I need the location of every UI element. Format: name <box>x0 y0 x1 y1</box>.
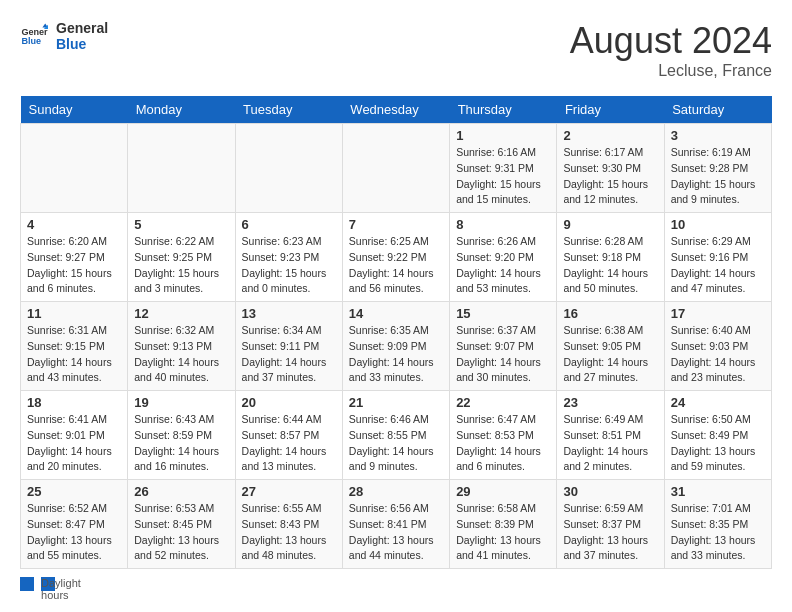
day-number: 26 <box>134 484 228 499</box>
calendar-cell: 30Sunrise: 6:59 AMSunset: 8:37 PMDayligh… <box>557 480 664 569</box>
header-row: SundayMondayTuesdayWednesdayThursdayFrid… <box>21 96 772 124</box>
week-row-2: 4Sunrise: 6:20 AMSunset: 9:27 PMDaylight… <box>21 213 772 302</box>
calendar-cell: 3Sunrise: 6:19 AMSunset: 9:28 PMDaylight… <box>664 124 771 213</box>
day-header-sunday: Sunday <box>21 96 128 124</box>
calendar-cell <box>235 124 342 213</box>
day-info: Sunrise: 6:58 AMSunset: 8:39 PMDaylight:… <box>456 501 550 564</box>
calendar-cell: 29Sunrise: 6:58 AMSunset: 8:39 PMDayligh… <box>450 480 557 569</box>
calendar-cell <box>342 124 449 213</box>
day-info: Sunrise: 6:25 AMSunset: 9:22 PMDaylight:… <box>349 234 443 297</box>
day-number: 20 <box>242 395 336 410</box>
day-number: 15 <box>456 306 550 321</box>
calendar-cell: 21Sunrise: 6:46 AMSunset: 8:55 PMDayligh… <box>342 391 449 480</box>
calendar-cell: 26Sunrise: 6:53 AMSunset: 8:45 PMDayligh… <box>128 480 235 569</box>
calendar-cell: 5Sunrise: 6:22 AMSunset: 9:25 PMDaylight… <box>128 213 235 302</box>
day-number: 11 <box>27 306 121 321</box>
day-info: Sunrise: 6:40 AMSunset: 9:03 PMDaylight:… <box>671 323 765 386</box>
day-header-monday: Monday <box>128 96 235 124</box>
day-header-thursday: Thursday <box>450 96 557 124</box>
day-info: Sunrise: 6:43 AMSunset: 8:59 PMDaylight:… <box>134 412 228 475</box>
week-row-4: 18Sunrise: 6:41 AMSunset: 9:01 PMDayligh… <box>21 391 772 480</box>
day-info: Sunrise: 6:35 AMSunset: 9:09 PMDaylight:… <box>349 323 443 386</box>
svg-text:General: General <box>21 27 48 37</box>
day-number: 2 <box>563 128 657 143</box>
daylight-color-swatch <box>20 577 34 591</box>
day-info: Sunrise: 6:46 AMSunset: 8:55 PMDaylight:… <box>349 412 443 475</box>
day-number: 27 <box>242 484 336 499</box>
day-number: 30 <box>563 484 657 499</box>
day-header-friday: Friday <box>557 96 664 124</box>
day-info: Sunrise: 6:23 AMSunset: 9:23 PMDaylight:… <box>242 234 336 297</box>
calendar-cell: 25Sunrise: 6:52 AMSunset: 8:47 PMDayligh… <box>21 480 128 569</box>
day-info: Sunrise: 6:34 AMSunset: 9:11 PMDaylight:… <box>242 323 336 386</box>
day-number: 14 <box>349 306 443 321</box>
day-info: Sunrise: 6:52 AMSunset: 8:47 PMDaylight:… <box>27 501 121 564</box>
logo-blue-text: Blue <box>56 36 108 52</box>
day-info: Sunrise: 6:16 AMSunset: 9:31 PMDaylight:… <box>456 145 550 208</box>
calendar-cell: 8Sunrise: 6:26 AMSunset: 9:20 PMDaylight… <box>450 213 557 302</box>
day-info: Sunrise: 6:49 AMSunset: 8:51 PMDaylight:… <box>563 412 657 475</box>
calendar-cell: 6Sunrise: 6:23 AMSunset: 9:23 PMDaylight… <box>235 213 342 302</box>
day-number: 22 <box>456 395 550 410</box>
calendar-cell: 16Sunrise: 6:38 AMSunset: 9:05 PMDayligh… <box>557 302 664 391</box>
page-title: August 2024 <box>570 20 772 62</box>
calendar-cell: 12Sunrise: 6:32 AMSunset: 9:13 PMDayligh… <box>128 302 235 391</box>
day-header-saturday: Saturday <box>664 96 771 124</box>
calendar-cell: 11Sunrise: 6:31 AMSunset: 9:15 PMDayligh… <box>21 302 128 391</box>
day-info: Sunrise: 6:44 AMSunset: 8:57 PMDaylight:… <box>242 412 336 475</box>
calendar-cell: 28Sunrise: 6:56 AMSunset: 8:41 PMDayligh… <box>342 480 449 569</box>
day-number: 19 <box>134 395 228 410</box>
calendar-cell: 9Sunrise: 6:28 AMSunset: 9:18 PMDaylight… <box>557 213 664 302</box>
calendar-cell: 7Sunrise: 6:25 AMSunset: 9:22 PMDaylight… <box>342 213 449 302</box>
day-number: 13 <box>242 306 336 321</box>
day-number: 28 <box>349 484 443 499</box>
calendar-cell <box>21 124 128 213</box>
calendar-cell: 31Sunrise: 7:01 AMSunset: 8:35 PMDayligh… <box>664 480 771 569</box>
day-info: Sunrise: 6:29 AMSunset: 9:16 PMDaylight:… <box>671 234 765 297</box>
page-header: General Blue General Blue August 2024 Le… <box>20 20 772 80</box>
day-number: 18 <box>27 395 121 410</box>
day-info: Sunrise: 6:28 AMSunset: 9:18 PMDaylight:… <box>563 234 657 297</box>
calendar-cell: 19Sunrise: 6:43 AMSunset: 8:59 PMDayligh… <box>128 391 235 480</box>
day-info: Sunrise: 6:19 AMSunset: 9:28 PMDaylight:… <box>671 145 765 208</box>
day-number: 17 <box>671 306 765 321</box>
logo-icon: General Blue <box>20 22 48 50</box>
logo-general-text: General <box>56 20 108 36</box>
day-number: 24 <box>671 395 765 410</box>
day-number: 21 <box>349 395 443 410</box>
day-number: 1 <box>456 128 550 143</box>
week-row-3: 11Sunrise: 6:31 AMSunset: 9:15 PMDayligh… <box>21 302 772 391</box>
calendar-cell: 17Sunrise: 6:40 AMSunset: 9:03 PMDayligh… <box>664 302 771 391</box>
calendar-cell: 18Sunrise: 6:41 AMSunset: 9:01 PMDayligh… <box>21 391 128 480</box>
footer-label: Daylight hours <box>41 577 55 591</box>
day-number: 23 <box>563 395 657 410</box>
day-info: Sunrise: 6:20 AMSunset: 9:27 PMDaylight:… <box>27 234 121 297</box>
day-number: 31 <box>671 484 765 499</box>
day-number: 10 <box>671 217 765 232</box>
day-number: 3 <box>671 128 765 143</box>
week-row-5: 25Sunrise: 6:52 AMSunset: 8:47 PMDayligh… <box>21 480 772 569</box>
day-number: 16 <box>563 306 657 321</box>
day-info: Sunrise: 6:47 AMSunset: 8:53 PMDaylight:… <box>456 412 550 475</box>
title-block: August 2024 Lecluse, France <box>570 20 772 80</box>
day-number: 9 <box>563 217 657 232</box>
day-info: Sunrise: 6:37 AMSunset: 9:07 PMDaylight:… <box>456 323 550 386</box>
day-number: 12 <box>134 306 228 321</box>
calendar-cell: 13Sunrise: 6:34 AMSunset: 9:11 PMDayligh… <box>235 302 342 391</box>
calendar-cell: 14Sunrise: 6:35 AMSunset: 9:09 PMDayligh… <box>342 302 449 391</box>
day-info: Sunrise: 6:50 AMSunset: 8:49 PMDaylight:… <box>671 412 765 475</box>
calendar-cell: 1Sunrise: 6:16 AMSunset: 9:31 PMDaylight… <box>450 124 557 213</box>
footer-note: Daylight hours <box>20 577 772 591</box>
calendar-table: SundayMondayTuesdayWednesdayThursdayFrid… <box>20 96 772 569</box>
day-info: Sunrise: 6:38 AMSunset: 9:05 PMDaylight:… <box>563 323 657 386</box>
day-info: Sunrise: 6:22 AMSunset: 9:25 PMDaylight:… <box>134 234 228 297</box>
calendar-cell: 4Sunrise: 6:20 AMSunset: 9:27 PMDaylight… <box>21 213 128 302</box>
calendar-cell: 24Sunrise: 6:50 AMSunset: 8:49 PMDayligh… <box>664 391 771 480</box>
day-number: 8 <box>456 217 550 232</box>
day-info: Sunrise: 6:56 AMSunset: 8:41 PMDaylight:… <box>349 501 443 564</box>
day-number: 7 <box>349 217 443 232</box>
day-number: 6 <box>242 217 336 232</box>
day-info: Sunrise: 6:41 AMSunset: 9:01 PMDaylight:… <box>27 412 121 475</box>
day-number: 4 <box>27 217 121 232</box>
day-header-wednesday: Wednesday <box>342 96 449 124</box>
